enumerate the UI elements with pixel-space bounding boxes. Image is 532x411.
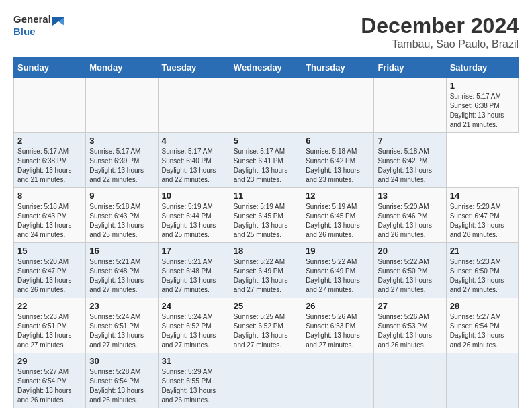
day-cell-15: 15 Sunrise: 5:20 AMSunset: 6:47 PMDaylig… xyxy=(14,243,86,298)
week-row-0: 1 Sunrise: 5:17 AMSunset: 6:38 PMDayligh… xyxy=(14,78,519,133)
day-info: Sunrise: 5:23 AMSunset: 6:50 PMDaylight:… xyxy=(450,257,515,295)
day-number: 29 xyxy=(17,356,82,366)
day-info: Sunrise: 5:27 AMSunset: 6:54 PMDaylight:… xyxy=(17,367,82,405)
day-info: Sunrise: 5:17 AMSunset: 6:38 PMDaylight:… xyxy=(17,147,82,185)
day-cell-31: 31 Sunrise: 5:29 AMSunset: 6:55 PMDaylig… xyxy=(158,353,230,408)
day-number: 8 xyxy=(17,191,82,201)
day-cell-16: 16 Sunrise: 5:21 AMSunset: 6:48 PMDaylig… xyxy=(86,243,158,298)
day-info: Sunrise: 5:19 AMSunset: 6:44 PMDaylight:… xyxy=(162,202,226,240)
day-cell-3: 3 Sunrise: 5:17 AMSunset: 6:39 PMDayligh… xyxy=(86,133,158,188)
day-cell-28: 28 Sunrise: 5:27 AMSunset: 6:54 PMDaylig… xyxy=(446,298,518,353)
empty-cell xyxy=(14,78,86,133)
day-number: 13 xyxy=(378,191,442,201)
day-number: 17 xyxy=(162,246,226,256)
empty-cell xyxy=(86,78,158,133)
day-cell-25: 25 Sunrise: 5:25 AMSunset: 6:52 PMDaylig… xyxy=(230,298,302,353)
week-row-1: 2 Sunrise: 5:17 AMSunset: 6:38 PMDayligh… xyxy=(14,133,519,188)
day-cell-5: 5 Sunrise: 5:17 AMSunset: 6:41 PMDayligh… xyxy=(230,133,302,188)
day-cell-10: 10 Sunrise: 5:19 AMSunset: 6:44 PMDaylig… xyxy=(158,188,230,243)
day-number: 28 xyxy=(450,301,515,311)
day-number: 27 xyxy=(378,301,442,311)
day-number: 5 xyxy=(234,136,298,146)
day-cell-9: 9 Sunrise: 5:18 AMSunset: 6:43 PMDayligh… xyxy=(86,188,158,243)
empty-cell xyxy=(374,353,446,408)
empty-cell xyxy=(446,353,518,408)
day-info: Sunrise: 5:26 AMSunset: 6:53 PMDaylight:… xyxy=(306,312,370,350)
day-info: Sunrise: 5:20 AMSunset: 6:47 PMDaylight:… xyxy=(17,257,82,295)
day-number: 4 xyxy=(162,136,226,146)
day-cell-11: 11 Sunrise: 5:19 AMSunset: 6:45 PMDaylig… xyxy=(230,188,302,243)
day-info: Sunrise: 5:17 AMSunset: 6:41 PMDaylight:… xyxy=(234,147,298,185)
day-info: Sunrise: 5:17 AMSunset: 6:40 PMDaylight:… xyxy=(162,147,226,185)
day-info: Sunrise: 5:28 AMSunset: 6:54 PMDaylight:… xyxy=(89,367,154,405)
day-info: Sunrise: 5:24 AMSunset: 6:52 PMDaylight:… xyxy=(162,312,226,350)
day-cell-27: 27 Sunrise: 5:26 AMSunset: 6:53 PMDaylig… xyxy=(374,298,446,353)
header-row: SundayMondayTuesdayWednesdayThursdayFrid… xyxy=(14,58,519,78)
day-number: 23 xyxy=(89,301,154,311)
day-cell-1: 1 Sunrise: 5:17 AMSunset: 6:38 PMDayligh… xyxy=(446,78,518,133)
day-info: Sunrise: 5:22 AMSunset: 6:49 PMDaylight:… xyxy=(234,257,298,295)
day-cell-14: 14 Sunrise: 5:20 AMSunset: 6:47 PMDaylig… xyxy=(446,188,518,243)
day-cell-23: 23 Sunrise: 5:24 AMSunset: 6:51 PMDaylig… xyxy=(86,298,158,353)
empty-cell xyxy=(374,78,446,133)
day-number: 9 xyxy=(89,191,154,201)
day-cell-6: 6 Sunrise: 5:18 AMSunset: 6:42 PMDayligh… xyxy=(302,133,374,188)
logo-general: General xyxy=(13,13,64,26)
empty-cell xyxy=(230,78,302,133)
day-number: 26 xyxy=(306,301,370,311)
day-info: Sunrise: 5:18 AMSunset: 6:43 PMDaylight:… xyxy=(89,202,154,240)
day-info: Sunrise: 5:20 AMSunset: 6:46 PMDaylight:… xyxy=(378,202,442,240)
day-number: 31 xyxy=(162,356,226,366)
day-info: Sunrise: 5:27 AMSunset: 6:54 PMDaylight:… xyxy=(450,312,515,350)
header-tuesday: Tuesday xyxy=(158,58,230,78)
empty-cell xyxy=(302,78,374,133)
week-row-4: 22 Sunrise: 5:23 AMSunset: 6:51 PMDaylig… xyxy=(14,298,519,353)
header-wednesday: Wednesday xyxy=(230,58,302,78)
month-title: December 2024 xyxy=(361,13,519,38)
day-cell-29: 29 Sunrise: 5:27 AMSunset: 6:54 PMDaylig… xyxy=(14,353,86,408)
day-number: 3 xyxy=(89,136,154,146)
day-number: 20 xyxy=(378,246,442,256)
day-info: Sunrise: 5:29 AMSunset: 6:55 PMDaylight:… xyxy=(162,367,226,405)
day-info: Sunrise: 5:17 AMSunset: 6:39 PMDaylight:… xyxy=(89,147,154,185)
day-number: 30 xyxy=(89,356,154,366)
location: Tambau, Sao Paulo, Brazil xyxy=(361,38,519,50)
day-info: Sunrise: 5:21 AMSunset: 6:48 PMDaylight:… xyxy=(89,257,154,295)
day-cell-22: 22 Sunrise: 5:23 AMSunset: 6:51 PMDaylig… xyxy=(14,298,86,353)
logo: General Blue xyxy=(13,13,64,38)
day-cell-19: 19 Sunrise: 5:22 AMSunset: 6:49 PMDaylig… xyxy=(302,243,374,298)
header-sunday: Sunday xyxy=(14,58,86,78)
day-info: Sunrise: 5:24 AMSunset: 6:51 PMDaylight:… xyxy=(89,312,154,350)
day-cell-30: 30 Sunrise: 5:28 AMSunset: 6:54 PMDaylig… xyxy=(86,353,158,408)
day-cell-20: 20 Sunrise: 5:22 AMSunset: 6:50 PMDaylig… xyxy=(374,243,446,298)
day-number: 2 xyxy=(17,136,82,146)
day-info: Sunrise: 5:17 AMSunset: 6:38 PMDaylight:… xyxy=(450,92,515,130)
day-number: 10 xyxy=(162,191,226,201)
empty-cell xyxy=(230,353,302,408)
empty-cell xyxy=(302,353,374,408)
day-cell-8: 8 Sunrise: 5:18 AMSunset: 6:43 PMDayligh… xyxy=(14,188,86,243)
day-cell-2: 2 Sunrise: 5:17 AMSunset: 6:38 PMDayligh… xyxy=(14,133,86,188)
day-number: 21 xyxy=(450,246,515,256)
week-row-5: 29 Sunrise: 5:27 AMSunset: 6:54 PMDaylig… xyxy=(14,353,519,408)
week-row-3: 15 Sunrise: 5:20 AMSunset: 6:47 PMDaylig… xyxy=(14,243,519,298)
day-info: Sunrise: 5:18 AMSunset: 6:42 PMDaylight:… xyxy=(306,147,370,185)
day-info: Sunrise: 5:18 AMSunset: 6:42 PMDaylight:… xyxy=(378,147,442,185)
title-area: December 2024 Tambau, Sao Paulo, Brazil xyxy=(361,13,519,50)
day-cell-18: 18 Sunrise: 5:22 AMSunset: 6:49 PMDaylig… xyxy=(230,243,302,298)
header-saturday: Saturday xyxy=(446,58,518,78)
header-thursday: Thursday xyxy=(302,58,374,78)
day-info: Sunrise: 5:22 AMSunset: 6:49 PMDaylight:… xyxy=(306,257,370,295)
day-info: Sunrise: 5:20 AMSunset: 6:47 PMDaylight:… xyxy=(450,202,515,240)
day-number: 22 xyxy=(17,301,82,311)
day-info: Sunrise: 5:23 AMSunset: 6:51 PMDaylight:… xyxy=(17,312,82,350)
day-number: 11 xyxy=(234,191,298,201)
day-cell-13: 13 Sunrise: 5:20 AMSunset: 6:46 PMDaylig… xyxy=(374,188,446,243)
day-number: 16 xyxy=(89,246,154,256)
day-cell-4: 4 Sunrise: 5:17 AMSunset: 6:40 PMDayligh… xyxy=(158,133,230,188)
day-cell-24: 24 Sunrise: 5:24 AMSunset: 6:52 PMDaylig… xyxy=(158,298,230,353)
logo-blue: Blue xyxy=(13,26,64,38)
day-number: 19 xyxy=(306,246,370,256)
day-info: Sunrise: 5:19 AMSunset: 6:45 PMDaylight:… xyxy=(234,202,298,240)
page-header: General Blue December 2024 Tambau, Sao P… xyxy=(13,13,519,50)
